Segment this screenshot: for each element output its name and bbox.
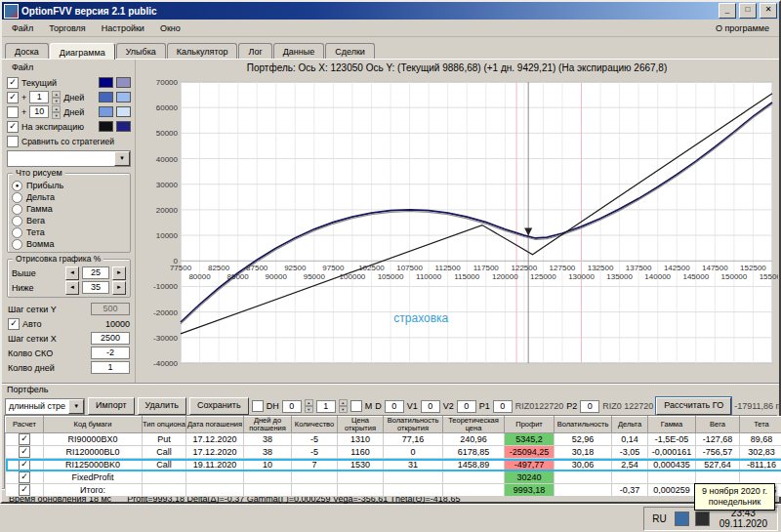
days-count-input[interactable]: 1 [91,361,130,374]
tray-clock[interactable]: 23:43 09.11.2020 [716,508,771,529]
current-color-swatch-1[interactable] [99,77,113,88]
expiration-checkbox[interactable]: ✓ [7,121,19,133]
table-row[interactable]: ✓RI90000BX0Put17.12.202038-5131077,16240… [6,433,781,446]
row-check-cell[interactable]: ✓ [6,459,44,471]
menu-window[interactable]: Окно [152,21,188,35]
decrease-icon[interactable]: ◄ [65,281,79,295]
expiration-color-swatch-1[interactable] [99,121,113,132]
radio-icon[interactable] [12,216,22,226]
p1-input[interactable]: 0 [493,400,513,413]
spin-up-icon[interactable]: ▲ [52,105,61,112]
table-row[interactable]: ✓RI120000BL0Call17.12.202038-5116006178,… [6,446,781,459]
radio-gamma[interactable]: Гамма [12,203,126,215]
radio-delta[interactable]: Дельта [12,191,126,203]
column-header[interactable]: Дельта [612,417,648,433]
radio-icon[interactable]: ● [12,181,22,191]
tab-board[interactable]: Доска [5,43,49,59]
tab-calculator[interactable]: Калькулятор [167,43,238,59]
row-check-cell[interactable]: ✓ [6,446,44,459]
column-header[interactable]: Количество [292,417,338,433]
column-header[interactable]: Код бумаги [44,417,143,433]
column-header[interactable]: Дней до погашения [244,417,292,433]
dh-value-1[interactable]: 0 [282,400,302,413]
sko-input[interactable]: -2 [91,347,130,359]
radio-theta[interactable]: Тета [12,226,126,238]
plus10-spinner[interactable]: ▲▼ [52,105,61,119]
column-header[interactable]: Вега [696,417,740,433]
tray-icon[interactable] [695,512,710,526]
menu-about[interactable]: О программе [708,21,777,35]
plus1-days-input[interactable]: 1 [29,91,49,103]
plus1-color-swatch-1[interactable] [99,92,113,102]
radio-icon[interactable] [12,227,22,238]
tab-deals[interactable]: Сделки [325,43,375,59]
radio-vega[interactable]: Вега [12,215,126,226]
language-indicator[interactable]: RU [650,513,668,524]
v2-input[interactable]: 0 [457,400,476,413]
v1-input[interactable]: 0 [421,400,440,413]
minimize-button[interactable]: _ [719,3,736,19]
radio-vomma[interactable]: Вомма [12,238,126,250]
table-row[interactable]: ✓RI125000BK0Call19.11.20201071530311458,… [6,459,781,471]
delete-button[interactable]: Удалить [138,397,186,415]
chevron-down-icon[interactable]: ▼ [68,399,84,414]
column-header[interactable]: Тип опциона [143,417,186,433]
save-button[interactable]: Сохранить [189,397,249,415]
current-checkbox[interactable]: ✓ [7,77,19,89]
column-header[interactable]: Дата погашения [186,417,244,433]
tab-diagram[interactable]: Диаграмма [50,43,115,60]
spin-down-icon[interactable]: ▼ [305,406,313,413]
table-row[interactable]: ✓Итого:9993,18-0,370,000259-356,61-418,6… [6,484,781,497]
tab-log[interactable]: Лог [238,43,271,59]
close-button[interactable]: ✕ [760,3,777,19]
tray-app-icon[interactable] [675,512,689,526]
spin-down-icon[interactable]: ▼ [52,98,61,104]
spin-up-icon[interactable]: ▲ [339,399,348,406]
increase-icon[interactable]: ► [112,281,126,295]
plus1-color-swatch-2[interactable] [116,92,131,102]
tab-smile[interactable]: Улыбка [116,43,166,59]
dh-spinner-1[interactable]: ▲▼ [305,399,313,413]
spin-up-icon[interactable]: ▲ [52,91,61,98]
menu-settings[interactable]: Настройки [94,21,152,35]
radio-profit[interactable]: ●Прибыль [12,180,126,191]
dh-value-2[interactable]: 1 [316,400,336,413]
auto-checkbox[interactable]: ✓ [8,318,20,330]
plus10-color-swatch-1[interactable] [99,106,113,117]
radio-icon[interactable] [12,192,22,203]
dh-spinner-2[interactable]: ▲▼ [339,399,348,413]
spin-up-icon[interactable]: ▲ [305,399,313,406]
tab-data[interactable]: Данные [273,43,325,59]
row-check-cell[interactable]: ✓ [6,433,44,446]
plus10-days-input[interactable]: 10 [29,105,49,118]
below-value[interactable]: 35 [82,281,109,294]
table-row[interactable]: ✓FixedProfit30240 [6,471,781,484]
calc-margin-button[interactable]: Рассчитать ГО [656,397,731,415]
column-header[interactable]: Цена открытия [338,417,384,433]
row-check-cell[interactable]: ✓ [6,484,44,497]
plus1-spinner[interactable]: ▲▼ [52,91,61,104]
import-button[interactable]: Импорт [88,397,134,415]
menu-file[interactable]: Файл [4,21,41,35]
dh-checkbox[interactable] [252,400,264,412]
d-input[interactable]: 0 [385,400,404,413]
column-header[interactable]: Тета [740,417,781,433]
plus10-color-swatch-2[interactable] [116,106,131,117]
column-header[interactable]: Профит [505,417,555,433]
p2-input[interactable]: 0 [580,400,599,413]
spin-down-icon[interactable]: ▼ [52,112,61,119]
column-header[interactable]: Расчет [6,417,44,433]
decrease-icon[interactable]: ◄ [65,266,79,280]
chevron-down-icon[interactable]: ▼ [114,151,130,166]
column-header[interactable]: Волатильность [555,417,612,433]
profit-chart[interactable]: 700006000050000400003000020000100000-100… [138,76,778,371]
column-header[interactable]: Теоретическая цена [443,417,505,433]
grid-step-x-input[interactable]: 2500 [91,332,130,345]
plus10-checkbox[interactable] [7,106,19,118]
current-color-swatch-2[interactable] [116,77,131,88]
menu-trading[interactable]: Торговля [41,21,94,35]
row-check-cell[interactable]: ✓ [6,471,44,484]
plus1-checkbox[interactable]: ✓ [7,92,19,103]
column-header[interactable]: Волатильность открытия [384,417,443,433]
column-header[interactable]: Гамма [648,417,696,433]
